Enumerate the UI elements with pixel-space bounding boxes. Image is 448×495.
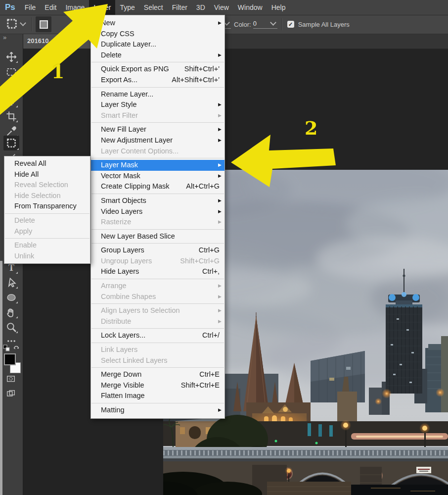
menu-items: FileEditImageLayerTypeSelectFilter3DView… [20, 0, 290, 15]
layer-menu-item-distribute: Distribute▶ [91, 316, 224, 327]
quick-mask-mode-button[interactable] [4, 374, 17, 383]
layer-menu-item-flatten-image[interactable]: Flatten Image [91, 391, 224, 401]
swap-colors-icon[interactable] [13, 344, 20, 350]
layer-menu-item-vector-mask[interactable]: Vector Mask▶ [91, 171, 224, 182]
layer-menu-item-hide-layers[interactable]: Hide LayersCtrl+, [91, 266, 224, 277]
menu-separator [91, 343, 224, 343]
quick-selection-tool[interactable] [4, 95, 18, 108]
menu-item-shortcut: Ctrl+E [199, 369, 220, 380]
menu-item-label: Enable [14, 240, 37, 251]
menu-item-label: New Fill Layer [101, 124, 146, 135]
flyout-triangle-icon [16, 316, 18, 318]
menu-item-label: Quick Export as PNG [101, 64, 169, 75]
layer-menu-item-copy-css[interactable]: Copy CSS [91, 29, 224, 40]
layer-menu-item-quick-export-as-png[interactable]: Quick Export as PNGShift+Ctrl+' [91, 64, 224, 75]
menu-item-label: Smart Filter [101, 110, 138, 121]
menu-edit[interactable]: Edit [40, 0, 61, 15]
layer-menu-item-new-layer-based-slice[interactable]: New Layer Based Slice [91, 231, 224, 242]
menu-item-label: Lock Layers... [101, 330, 145, 341]
zoom-tool[interactable] [4, 321, 18, 334]
lasso-tool[interactable] [4, 80, 18, 93]
chevron-down-icon [270, 19, 276, 26]
layer-menu-item-ungroup-layers: Ungroup LayersShift+Ctrl+G [91, 256, 224, 267]
tools-panel: » T [0, 34, 23, 495]
menu-item-label: Hide Layers [101, 266, 139, 277]
screen-mode-button[interactable] [4, 389, 17, 398]
menu-type[interactable]: Type [115, 0, 139, 15]
layer-menu-item-rasterize: Rasterize▶ [91, 217, 224, 228]
flyout-triangle-icon [16, 331, 18, 333]
ellipse-tool[interactable] [4, 291, 18, 304]
default-colors-icon[interactable] [3, 345, 11, 352]
menu-view[interactable]: View [210, 0, 233, 15]
layer-menu-item-delete[interactable]: Delete▶ [91, 50, 224, 61]
crop-tool[interactable] [4, 110, 18, 123]
layer-menu-item-smart-objects[interactable]: Smart Objects▶ [91, 196, 224, 206]
document-canvas[interactable] [23, 49, 448, 495]
layer-menu-item-layer-content-options: Layer Content Options... [91, 146, 224, 157]
menu-file[interactable]: File [20, 0, 41, 15]
layer-mask-submenu-item-from-transparency[interactable]: From Transparency [4, 201, 90, 212]
move-tool[interactable] [4, 50, 18, 63]
layer-menu-item-group-layers[interactable]: Group LayersCtrl+G [91, 245, 224, 256]
layer-menu-item-layer-mask[interactable]: Layer Mask▶ [91, 160, 224, 171]
layer-menu-item-lock-layers[interactable]: Lock Layers...Ctrl+/ [91, 330, 224, 341]
layer-menu-item-new-fill-layer[interactable]: New Fill Layer▶ [91, 124, 224, 135]
tool-preset-picker[interactable] [6, 18, 27, 30]
menu-item-label: Align Layers to Selection [101, 305, 180, 316]
flyout-triangle-icon [17, 148, 19, 150]
sample-all-layers-checkbox[interactable]: ✓ [287, 21, 294, 28]
layer-mask-submenu-item-apply: Apply [4, 226, 90, 237]
layer-mask-submenu-item-reveal-all[interactable]: Reveal All [4, 158, 90, 169]
color-dropdown[interactable] [268, 20, 277, 29]
menu-item-label: Combine Shapes [101, 292, 156, 302]
menu-window[interactable]: Window [233, 0, 267, 15]
collapse-panel-icon[interactable]: » [3, 34, 5, 41]
layer-menu-item-create-clipping-mask[interactable]: Create Clipping MaskAlt+Ctrl+G [91, 181, 224, 192]
layer-menu-item-new-adjustment-layer[interactable]: New Adjustment Layer▶ [91, 135, 224, 146]
menu-3d[interactable]: 3D [192, 0, 210, 15]
menu-separator [91, 403, 224, 403]
menu-separator [5, 213, 90, 214]
layer-menu-item-export-as[interactable]: Export As...Alt+Shift+Ctrl+' [91, 75, 224, 86]
menu-item-shortcut: Ctrl+/ [202, 330, 220, 341]
submenu-arrow-icon: ▶ [218, 281, 222, 292]
layer-menu-item-rename-layer[interactable]: Rename Layer... [91, 89, 224, 100]
layer-menu-item-layer-style[interactable]: Layer Style▶ [91, 99, 224, 110]
layer-menu-item-merge-visible[interactable]: Merge VisibleShift+Ctrl+E [91, 380, 224, 391]
menu-item-label: Layer Style [101, 99, 137, 110]
menu-item-label: Flatten Image [101, 391, 145, 401]
layer-mask-submenu-item-delete: Delete [4, 215, 90, 226]
menu-item-label: Select Linked Layers [101, 355, 168, 366]
sample-all-layers-label: Sample All Layers [298, 21, 350, 28]
menu-separator [91, 303, 224, 304]
menu-image[interactable]: Image [61, 0, 89, 15]
menu-layer[interactable]: Layer [89, 0, 115, 15]
layer-menu-item-merge-down[interactable]: Merge DownCtrl+E [91, 369, 224, 380]
flyout-triangle-icon [16, 287, 18, 289]
foreground-color-swatch[interactable] [4, 353, 16, 365]
hand-tool[interactable] [4, 306, 18, 319]
layer-menu-item-duplicate-layer[interactable]: Duplicate Layer... [91, 39, 224, 50]
menu-select[interactable]: Select [139, 0, 168, 15]
layer-menu-item-new[interactable]: New▶ [91, 18, 224, 29]
layer-menu-item-matting[interactable]: Matting▶ [91, 405, 224, 416]
menu-help[interactable]: Help [267, 0, 290, 15]
layer-mask-submenu-item-hide-all[interactable]: Hide All [4, 169, 90, 180]
active-tool-icon [6, 18, 18, 30]
menu-item-label: New [101, 18, 115, 29]
selection-tool[interactable] [3, 136, 19, 150]
menu-filter[interactable]: Filter [168, 0, 192, 15]
menu-bar: Ps FileEditImageLayerTypeSelectFilter3DV… [0, 0, 448, 15]
layer-menu-item-video-layers[interactable]: Video Layers▶ [91, 206, 224, 217]
path-selection-tool[interactable] [4, 276, 18, 289]
menu-item-label: From Transparency [14, 201, 77, 212]
layer-mask-submenu-item-unlink: Unlink [4, 251, 90, 262]
new-selection-mode-button[interactable] [36, 16, 51, 32]
rectangular-marquee-tool[interactable] [4, 65, 18, 78]
menu-item-label: Video Layers [101, 206, 142, 217]
flyout-triangle-icon [16, 76, 18, 78]
color-value-field[interactable]: 0 [253, 20, 268, 29]
menu-item-label: Unlink [14, 251, 34, 262]
menu-item-label: Layer Content Options... [101, 146, 179, 157]
